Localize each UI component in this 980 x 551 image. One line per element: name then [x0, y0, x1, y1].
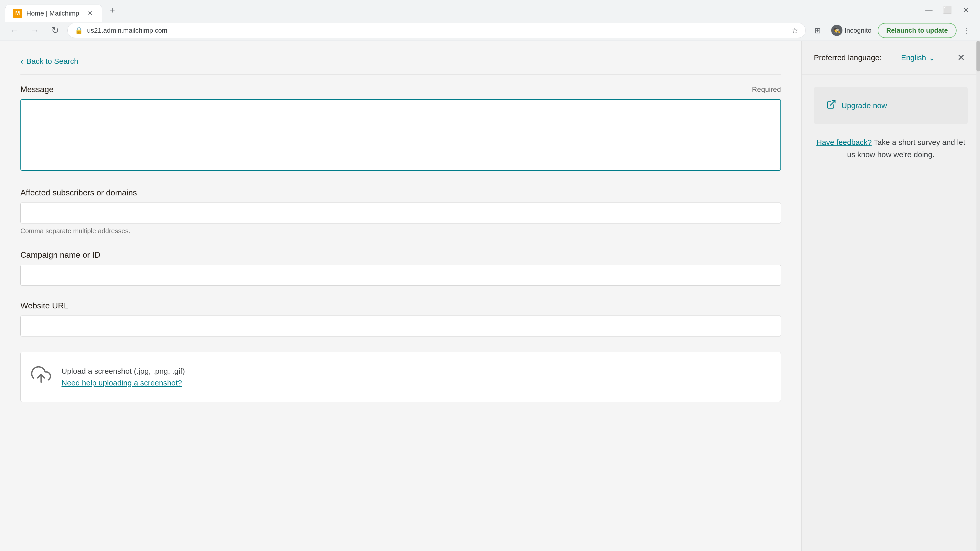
- upload-area[interactable]: Upload a screenshot (.jpg, .png, .gif) N…: [21, 352, 781, 402]
- incognito-icon: 🕵: [831, 25, 842, 36]
- page-content: ‹ Back to Search Message Required Affect…: [0, 41, 980, 551]
- url-text: us21.admin.mailchimp.com: [87, 27, 788, 35]
- restore-button[interactable]: ⬜: [938, 1, 956, 19]
- back-arrow-icon: ‹: [21, 56, 23, 66]
- new-tab-button[interactable]: +: [105, 3, 120, 18]
- relaunch-button[interactable]: Relaunch to update: [878, 23, 956, 38]
- upload-title: Upload a screenshot (.jpg, .png, .gif): [62, 367, 185, 375]
- tab-bar: M Home | Mailchimp ✕ + — ⬜ ✕: [0, 0, 980, 21]
- incognito-button[interactable]: 🕵 Incognito: [827, 23, 876, 38]
- website-label: Website URL: [21, 301, 68, 310]
- window-controls: — ⬜ ✕: [920, 1, 975, 19]
- subscribers-section: Affected subscribers or domains Comma se…: [21, 188, 781, 235]
- tab-close-button[interactable]: ✕: [86, 9, 94, 17]
- back-to-search-label: Back to Search: [26, 57, 78, 65]
- svg-line-1: [830, 100, 835, 105]
- back-button[interactable]: ←: [6, 22, 22, 38]
- language-bar: Preferred language: English ⌄ ✕: [802, 41, 980, 75]
- chevron-down-icon: ⌄: [929, 53, 935, 62]
- right-panel: Preferred language: English ⌄ ✕ Upgrade …: [801, 41, 980, 551]
- website-input[interactable]: [21, 316, 781, 337]
- upload-help-link[interactable]: Need help uploading a screenshot?: [62, 379, 185, 387]
- message-label-row: Message Required: [21, 85, 781, 94]
- refresh-button[interactable]: ↻: [47, 22, 63, 38]
- message-textarea[interactable]: [21, 99, 781, 171]
- upgrade-card: Upgrade now: [814, 87, 968, 124]
- campaign-label-row: Campaign name or ID: [21, 250, 781, 260]
- url-bar[interactable]: 🔒 us21.admin.mailchimp.com ☆: [67, 23, 806, 38]
- back-to-search-link[interactable]: ‹ Back to Search: [21, 56, 781, 75]
- browser-chrome: M Home | Mailchimp ✕ + — ⬜ ✕ ← → ↻ 🔒 us2…: [0, 0, 980, 41]
- required-badge: Required: [752, 86, 781, 94]
- feedback-section: Have feedback? Take a short survey and l…: [802, 136, 980, 161]
- language-value: English: [901, 53, 926, 62]
- browser-menu-button[interactable]: ⋮: [959, 23, 974, 38]
- language-label: Preferred language:: [814, 53, 881, 62]
- forward-button[interactable]: →: [27, 22, 43, 38]
- tab-favicon: M: [13, 9, 22, 18]
- close-panel-button[interactable]: ✕: [955, 51, 968, 64]
- close-window-button[interactable]: ✕: [956, 1, 975, 19]
- upload-text-area: Upload a screenshot (.jpg, .png, .gif) N…: [62, 367, 185, 387]
- website-label-row: Website URL: [21, 301, 781, 310]
- browser-actions: ⊞ 🕵 Incognito Relaunch to update ⋮: [810, 23, 974, 38]
- minimize-button[interactable]: —: [920, 1, 938, 19]
- upgrade-icon: [826, 99, 836, 112]
- incognito-label: Incognito: [845, 27, 872, 35]
- scrollbar-thumb[interactable]: [977, 41, 980, 71]
- message-section: Message Required: [21, 85, 781, 173]
- website-section: Website URL: [21, 301, 781, 337]
- tab-title: Home | Mailchimp: [26, 10, 82, 17]
- feedback-text: Have feedback? Take a short survey and l…: [814, 136, 968, 161]
- subscribers-label-row: Affected subscribers or domains: [21, 188, 781, 197]
- campaign-section: Campaign name or ID: [21, 250, 781, 286]
- upgrade-now-link[interactable]: Upgrade now: [842, 101, 887, 110]
- feedback-link[interactable]: Have feedback?: [816, 138, 872, 146]
- campaign-label: Campaign name or ID: [21, 250, 100, 260]
- scrollbar[interactable]: [977, 41, 980, 551]
- campaign-input[interactable]: [21, 265, 781, 286]
- address-bar: ← → ↻ 🔒 us21.admin.mailchimp.com ☆ ⊞ 🕵 I…: [0, 21, 980, 41]
- extensions-button[interactable]: ⊞: [810, 23, 825, 38]
- active-tab[interactable]: M Home | Mailchimp ✕: [5, 5, 102, 22]
- upload-icon: [31, 364, 51, 389]
- main-area: ‹ Back to Search Message Required Affect…: [0, 41, 801, 551]
- lock-icon: 🔒: [75, 27, 83, 35]
- subscribers-hint: Comma separate multiple addresses.: [21, 227, 781, 235]
- language-dropdown[interactable]: English ⌄: [901, 53, 935, 62]
- bookmark-icon[interactable]: ☆: [791, 26, 798, 35]
- message-label: Message: [21, 85, 54, 94]
- subscribers-label: Affected subscribers or domains: [21, 188, 137, 197]
- subscribers-input[interactable]: [21, 203, 781, 224]
